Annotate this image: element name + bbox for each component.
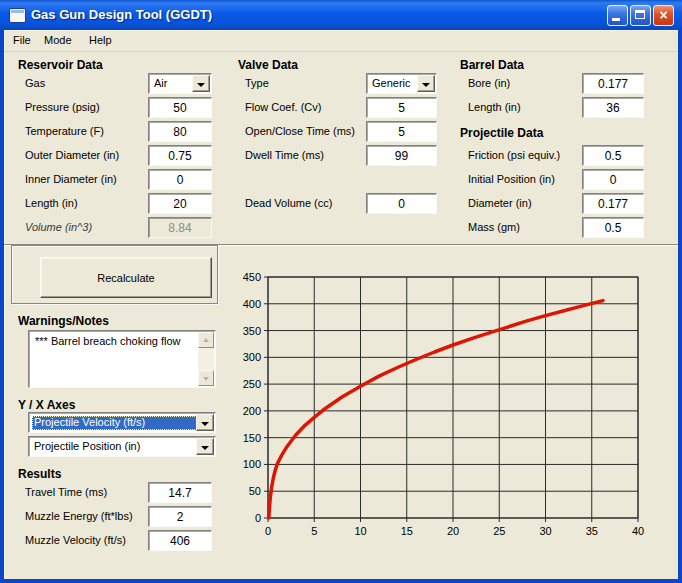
muzzle-energy-ft-lbs-field[interactable] [148,506,212,527]
axes-title: Y / X Axes [18,398,75,412]
y-axis-combo-value: Projectile Velocity (ft/s) [32,416,197,430]
client-area: File Mode Help Reservoir Data Valve Data… [4,30,678,579]
svg-text:0: 0 [265,525,271,537]
warnings-box[interactable]: *** Barrel breach choking flow [28,330,216,388]
gas-combo-value: Air [152,77,193,91]
arrow-down-icon [203,377,209,381]
gas-combo[interactable]: Air [148,73,212,94]
dead-volume-cc-field[interactable] [366,193,437,214]
svg-text:300: 300 [243,351,261,363]
chevron-down-icon [201,422,209,426]
initial-position-in-label: Initial Position (in) [468,173,555,185]
diameter-in-label: Diameter (in) [468,197,532,209]
minimize-button[interactable] [607,5,628,26]
muzzle-velocity-ft-s-field[interactable] [148,530,212,551]
x-axis-combo[interactable]: Projectile Position (in) [28,436,216,457]
close-button[interactable]: × [653,5,674,26]
barrel-section-title: Barrel Data [460,58,524,72]
arrow-up-icon [203,338,209,342]
inner-diameter-in-field[interactable] [148,169,212,190]
valve-section-title: Valve Data [238,58,298,72]
menu-help[interactable]: Help [89,34,112,46]
chevron-down-icon [422,83,430,87]
initial-position-in-field[interactable] [582,169,644,190]
length-in-field[interactable] [148,193,212,214]
svg-text:5: 5 [311,525,317,537]
mass-gm-label: Mass (gm) [468,221,520,233]
minimize-icon [612,18,620,21]
inner-diameter-in-label: Inner Diameter (in) [25,173,117,185]
projectile-section-title: Projectile Data [460,126,543,140]
gas-combo-button[interactable] [192,75,210,92]
warnings-title: Warnings/Notes [18,314,109,328]
chevron-down-icon [201,446,209,450]
diameter-in-field[interactable] [582,193,644,214]
menu-bar: File Mode Help [4,30,678,52]
reservoir-section-title: Reservoir Data [18,58,103,72]
svg-text:200: 200 [243,405,261,417]
close-icon: × [654,7,673,24]
results-section-title: Results [18,467,61,481]
svg-text:0: 0 [255,512,261,524]
recalculate-button[interactable]: Recalculate [40,257,212,298]
velocity-chart: 0510152025303540050100150200250300350400… [230,255,660,545]
svg-text:250: 250 [243,378,261,390]
travel-time-ms-label: Travel Time (ms) [25,486,107,498]
svg-text:450: 450 [243,271,261,283]
length-in-field[interactable] [582,97,644,118]
svg-text:30: 30 [539,525,551,537]
maximize-button[interactable] [630,5,651,26]
menu-file[interactable]: File [13,34,31,46]
open-close-time-ms-label: Open/Close Time (ms) [245,125,355,137]
warnings-scrollbar[interactable] [198,332,214,386]
svg-text:35: 35 [586,525,598,537]
svg-text:100: 100 [243,458,261,470]
svg-text:50: 50 [249,485,261,497]
svg-text:150: 150 [243,432,261,444]
svg-text:400: 400 [243,298,261,310]
type-combo-value: Generic [370,77,418,91]
type-combo-button[interactable] [417,75,435,92]
scroll-up-button[interactable] [198,332,214,348]
svg-text:25: 25 [493,525,505,537]
mass-gm-field[interactable] [582,217,644,238]
muzzle-velocity-ft-s-label: Muzzle Velocity (ft/s) [25,534,126,546]
travel-time-ms-field[interactable] [148,482,212,503]
type-combo[interactable]: Generic [366,73,437,94]
y-axis-combo[interactable]: Projectile Velocity (ft/s) [28,412,216,433]
pressure-psig-field[interactable] [148,97,212,118]
friction-psi-equiv-label: Friction (psi equiv.) [468,149,560,161]
dead-volume-cc-label: Dead Volume (cc) [245,197,332,209]
volume-in-3-label: Volume (in^3) [25,221,92,233]
open-close-time-ms-field[interactable] [366,121,437,142]
title-bar[interactable]: Gas Gun Design Tool (GGDT) × [0,0,682,30]
bore-in-field[interactable] [582,73,644,94]
friction-psi-equiv-field[interactable] [582,145,644,166]
pressure-psig-label: Pressure (psig) [25,101,100,113]
svg-text:15: 15 [401,525,413,537]
temperature-f-label: Temperature (F) [25,125,104,137]
bore-in-label: Bore (in) [468,77,510,89]
type-label: Type [245,77,269,89]
maximize-icon [635,10,645,19]
chevron-down-icon [197,83,205,87]
flow-coef-cv-field[interactable] [366,97,437,118]
dwell-time-ms-field[interactable] [366,145,437,166]
dwell-time-ms-label: Dwell Time (ms) [245,149,324,161]
svg-text:40: 40 [632,525,644,537]
app-icon [9,8,26,23]
svg-text:10: 10 [354,525,366,537]
flow-coef-cv-label: Flow Coef. (Cv) [245,101,321,113]
outer-diameter-in-field[interactable] [148,145,212,166]
outer-diameter-in-label: Outer Diameter (in) [25,149,119,161]
warning-text: *** Barrel breach choking flow [35,335,193,347]
x-axis-combo-button[interactable] [196,438,214,455]
scroll-down-button[interactable] [198,370,214,386]
y-axis-combo-button[interactable] [196,414,214,431]
length-in-label: Length (in) [25,197,78,209]
temperature-f-field[interactable] [148,121,212,142]
svg-text:350: 350 [243,325,261,337]
menu-mode[interactable]: Mode [44,34,72,46]
volume-in-3-field [148,217,212,238]
x-axis-combo-value: Projectile Position (in) [32,440,197,454]
